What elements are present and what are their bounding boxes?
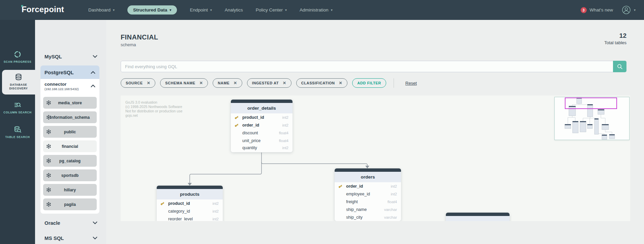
- column-type: float4: [279, 139, 288, 143]
- remove-filter-icon[interactable]: ✕: [147, 81, 151, 85]
- column-row[interactable]: ship_city varchar: [335, 213, 401, 221]
- arrowhead-icon: [365, 166, 369, 168]
- column-search-icon: [13, 101, 22, 109]
- sidebar-item-label: TABLE SEARCH: [5, 135, 30, 139]
- connector-item[interactable]: connector (192.168.122.168:5432): [40, 79, 99, 93]
- schema-cluster-icon: [46, 173, 51, 178]
- nav-item-analytics[interactable]: Analytics: [225, 7, 243, 12]
- total-tables-count: 12: [604, 32, 626, 39]
- column-name: ship_name: [346, 207, 367, 212]
- filter-chip-name[interactable]: NAME✕: [213, 78, 242, 88]
- column-row[interactable]: discount float4: [231, 129, 293, 137]
- filter-chip-source[interactable]: SOURCE✕: [121, 78, 155, 88]
- db-group-label: PostgreSQL: [44, 70, 74, 75]
- schema-item-pagila[interactable]: pagila: [43, 198, 97, 210]
- column-row[interactable]: product_id int2: [231, 113, 293, 121]
- column-name: discount: [242, 131, 258, 135]
- total-tables-label: Total tables: [604, 40, 626, 45]
- search-input[interactable]: [121, 61, 626, 72]
- nav-item-endpoint[interactable]: Endpoint▾: [190, 7, 212, 12]
- reset-filters-link[interactable]: Reset: [405, 81, 417, 86]
- table-node-products[interactable]: products product_id int2 category_id int…: [157, 186, 223, 221]
- nav-item-administration[interactable]: Administration▾: [300, 7, 333, 12]
- add-filter-button[interactable]: ADD FILTER: [352, 78, 386, 88]
- table-header-strip: [231, 100, 293, 103]
- nav-item-dashboard[interactable]: Dashboard▾: [88, 7, 115, 12]
- user-menu[interactable]: ▾: [622, 5, 636, 15]
- remove-filter-icon[interactable]: ✕: [200, 81, 203, 85]
- schema-item-information-schema[interactable]: information_schema: [43, 111, 97, 123]
- chevron-down-icon: [93, 237, 97, 240]
- db-group-mssql[interactable]: MS SQL: [40, 233, 99, 243]
- column-row[interactable]: reorder_level int2: [157, 215, 223, 221]
- filter-chip-ingested-at[interactable]: INGESTED AT✕: [247, 78, 292, 88]
- db-group-mysql[interactable]: MySQL: [40, 51, 99, 61]
- module-sidebar: SCAN PROGRESS DATABASE DISCOVERY COLUMN …: [0, 20, 35, 244]
- column-name: employee_id: [346, 192, 370, 196]
- minimap[interactable]: [554, 97, 630, 140]
- remove-filter-icon[interactable]: ✕: [339, 81, 343, 85]
- sidebar-item-label: COLUMN SEARCH: [3, 111, 31, 114]
- schema-item-hillary[interactable]: hillary: [43, 184, 97, 196]
- gojs-watermark: GoJS 3.0 evaluation (c) 1998-2025 Northw…: [125, 100, 182, 118]
- connector-address: (192.168.122.168:5432): [44, 87, 79, 91]
- nav-label: Dashboard: [88, 7, 111, 12]
- schema-item-sportsdb[interactable]: sportsdb: [43, 169, 97, 181]
- column-row[interactable]: freight float4: [335, 198, 401, 206]
- schema-name: information_schema: [50, 115, 90, 120]
- watermark-line: (c) 1998-2025 Northwoods Software: [125, 105, 182, 109]
- column-type: int2: [212, 201, 219, 206]
- schema-cluster-icon: [46, 100, 51, 105]
- nav-label: Endpoint: [190, 7, 208, 12]
- search-icon: [617, 64, 623, 70]
- whats-new-link[interactable]: 3 What's new: [581, 7, 613, 13]
- diagram-canvas[interactable]: GoJS 3.0 evaluation (c) 1998-2025 Northw…: [121, 96, 630, 221]
- table-node-orders[interactable]: orders order_id int2 employee_id int2 fr…: [335, 168, 401, 221]
- table-node-partial[interactable]: [446, 213, 510, 221]
- filter-label: INGESTED AT: [252, 81, 279, 85]
- remove-filter-icon[interactable]: ✕: [234, 81, 237, 85]
- search-button[interactable]: [613, 61, 626, 72]
- sidebar-item-label: DATABASE DISCOVERY: [3, 83, 34, 90]
- sidebar-item-table-search[interactable]: TABLE SEARCH: [0, 126, 35, 139]
- column-type: int2: [282, 146, 288, 150]
- primary-key-icon: [234, 115, 239, 120]
- schema-cluster-icon: [46, 129, 51, 134]
- filter-chip-classification[interactable]: CLASSIFICATION✕: [296, 78, 348, 88]
- schema-item-financial[interactable]: financial: [43, 140, 97, 152]
- column-row[interactable]: order_id int2: [231, 121, 293, 129]
- sidebar-item-column-search[interactable]: COLUMN SEARCH: [0, 101, 35, 114]
- table-node-order-details[interactable]: order_details product_id int2 order_id i…: [231, 100, 293, 152]
- column-row[interactable]: employee_id int2: [335, 190, 401, 198]
- db-group-oracle[interactable]: Oracle: [40, 218, 99, 228]
- connector-info: connector (192.168.122.168:5432): [44, 82, 79, 91]
- chevron-down-icon: ▾: [634, 8, 636, 12]
- remove-filter-icon[interactable]: ✕: [283, 81, 286, 85]
- schema-name: media_store: [58, 101, 82, 105]
- schema-name: financial: [62, 144, 78, 149]
- column-row[interactable]: quantity int2: [231, 144, 293, 152]
- column-row[interactable]: ship_name varchar: [335, 206, 401, 213]
- schema-item-public[interactable]: public: [43, 126, 97, 138]
- column-row[interactable]: order_id int2: [335, 182, 401, 190]
- connector-name: connector: [44, 82, 79, 87]
- table-title: [446, 216, 510, 221]
- table-header-strip: [335, 168, 401, 172]
- sidebar-item-scan-progress[interactable]: SCAN PROGRESS: [0, 50, 35, 64]
- db-group-postgresql-expanded: PostgreSQL connector (192.168.122.168:54…: [40, 65, 99, 214]
- db-group-postgresql[interactable]: PostgreSQL: [40, 65, 99, 79]
- schema-item-pg-catalog[interactable]: pg_catalog: [43, 155, 97, 167]
- nav-item-policy-center[interactable]: Policy Center▾: [256, 7, 287, 12]
- column-row[interactable]: category_id int2: [157, 207, 223, 215]
- schema-item-media-store[interactable]: media_store: [43, 97, 97, 109]
- nav-item-structured-data[interactable]: Structured Data▾: [127, 5, 177, 15]
- column-row[interactable]: product_id int2: [157, 199, 223, 207]
- column-row[interactable]: unit_price float4: [231, 137, 293, 144]
- brand-logo[interactable]: Forcepoint: [22, 5, 64, 14]
- sidebar-item-database-discovery[interactable]: DATABASE DISCOVERY: [2, 70, 35, 94]
- filter-chip-schema-name[interactable]: SCHEMA NAME✕: [160, 78, 208, 88]
- arrowhead-icon: [188, 183, 192, 186]
- minimap-viewport[interactable]: [565, 98, 617, 109]
- chevron-down-icon: [93, 221, 97, 224]
- column-name: reorder_level: [168, 217, 193, 221]
